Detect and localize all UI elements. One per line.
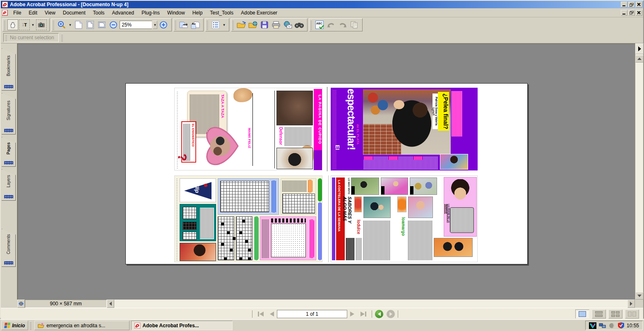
zoom-level-dropdown[interactable]: ▾	[153, 21, 157, 29]
close-button[interactable]	[636, 2, 642, 7]
toolbar-grip[interactable]	[232, 20, 234, 30]
zoom-level-field[interactable]	[120, 21, 152, 29]
network-tray-icon[interactable]	[599, 323, 606, 329]
v-logo-tray-icon[interactable]	[589, 322, 596, 329]
snapshot-tool-button[interactable]	[36, 19, 47, 30]
next-page-button[interactable]	[347, 309, 358, 319]
minimize-button[interactable]	[621, 2, 627, 7]
tab-layers[interactable]: Layers	[2, 169, 16, 201]
fruit-photo-orange	[397, 197, 406, 212]
most-viewed-photo-1	[351, 177, 379, 195]
tab-pages[interactable]: Pages	[2, 137, 16, 167]
child-restore-button[interactable]	[628, 10, 635, 16]
restore-button[interactable]	[628, 2, 635, 7]
scroll-up-button[interactable]	[635, 55, 644, 62]
menu-test-tools[interactable]: Test_Tools	[206, 9, 237, 17]
toolbar-grip[interactable]	[310, 20, 312, 30]
toolbar-grip[interactable]	[5, 34, 7, 41]
page-number-field[interactable]	[277, 310, 347, 318]
scroll-left-button[interactable]	[107, 300, 114, 308]
document-icon[interactable]	[2, 10, 8, 16]
first-page-button[interactable]	[255, 309, 266, 319]
list-dropdown[interactable]: ▾	[222, 19, 226, 30]
toolbar-grip[interactable]	[175, 20, 176, 30]
security-shield-tray-icon[interactable]	[618, 322, 624, 329]
open-button[interactable]	[236, 19, 247, 30]
select-tool-dropdown[interactable]: ▾	[31, 19, 35, 30]
continuous-facing-view-button[interactable]	[608, 309, 622, 319]
toolbar-grip[interactable]	[4, 20, 5, 30]
select-text-tool-button[interactable]: ⌶T	[19, 19, 30, 30]
redo-button[interactable]	[337, 19, 348, 30]
search-button[interactable]	[294, 19, 305, 30]
email-button[interactable]	[282, 19, 293, 30]
hand-tool-button[interactable]	[7, 19, 18, 30]
toolbar-grip[interactable]	[53, 20, 54, 30]
task-window-explorer[interactable]: emergencia en afrodita s...	[34, 321, 130, 330]
task-label: Adobe Acrobat Profes...	[142, 323, 199, 329]
previous-view-button[interactable]	[375, 310, 383, 318]
fit-page-button[interactable]	[85, 19, 96, 30]
menu-plugins[interactable]: Plug-Ins	[138, 9, 163, 17]
open-web-page-button[interactable]	[248, 19, 258, 30]
zoom-in-tool-button[interactable]	[56, 19, 67, 30]
next-page-transition-button[interactable]	[178, 19, 189, 30]
title-bar[interactable]: Adobe Acrobat Professional - [Documento …	[1, 1, 643, 8]
previous-page-button[interactable]	[266, 309, 277, 319]
fit-width-button[interactable]	[96, 19, 107, 30]
menu-adobe-exerciser[interactable]: Adobe Exerciser	[237, 9, 281, 17]
child-close-button[interactable]	[636, 10, 642, 16]
toolbar-grip[interactable]	[207, 20, 208, 30]
left-arrow-icon	[109, 302, 112, 306]
menu-edit[interactable]: Edit	[25, 9, 41, 17]
zoom-in-button[interactable]	[158, 19, 169, 30]
redo-arrow-icon	[339, 22, 347, 28]
facing-icon	[628, 312, 636, 317]
next-view-button[interactable]	[387, 310, 395, 318]
undo-arrow-icon	[327, 22, 335, 28]
pane-splitter-button[interactable]	[17, 300, 25, 308]
copy-button[interactable]	[349, 19, 360, 30]
zoom-out-button[interactable]	[108, 19, 119, 30]
last-page-button[interactable]	[358, 309, 369, 319]
scroll-down-button[interactable]	[635, 292, 644, 300]
document-view-area[interactable]: LA PAGINA DE CUPIDO Defensor MAMÁ FELIZ …	[17, 43, 635, 300]
scroll-right-button[interactable]	[627, 300, 635, 308]
numbered-list-button[interactable]	[210, 19, 221, 30]
binoculars-icon	[295, 22, 304, 28]
article-next-arrow-button[interactable]	[635, 43, 644, 54]
actual-size-button[interactable]	[73, 19, 84, 30]
child-minimize-button[interactable]	[621, 10, 627, 16]
vertical-scroll-track[interactable]	[635, 62, 643, 292]
tab-comments[interactable]: Comments	[2, 229, 16, 267]
continuous-view-button[interactable]	[592, 309, 606, 319]
save-button[interactable]	[259, 19, 270, 30]
menu-document[interactable]: Document	[59, 9, 89, 17]
print-button[interactable]	[271, 19, 281, 30]
tab-bookmarks-label: Bookmarks	[6, 55, 11, 76]
menu-view[interactable]: View	[41, 9, 59, 17]
horizontal-scroll-track[interactable]	[114, 300, 627, 308]
volume-tray-icon[interactable]	[609, 323, 615, 329]
menu-tools[interactable]: Tools	[89, 9, 108, 17]
columnist-box	[346, 238, 355, 260]
toolbar-grip[interactable]	[61, 34, 63, 41]
zoom-tool-dropdown[interactable]: ▾	[68, 19, 72, 30]
face	[394, 100, 404, 109]
spellcheck-button[interactable]: ABC	[314, 19, 325, 30]
tab-signatures[interactable]: Signatures	[2, 93, 16, 134]
prev-page-transition-button[interactable]	[190, 19, 201, 30]
start-button[interactable]: Inicio	[1, 321, 28, 330]
menu-advanced[interactable]: Advanced	[108, 9, 138, 17]
task-window-acrobat[interactable]: Adobe Acrobat Profes...	[131, 321, 233, 330]
taskbar-grip[interactable]	[30, 321, 31, 330]
right-arrow-icon	[638, 46, 641, 51]
facing-view-button[interactable]	[625, 309, 639, 319]
menu-window[interactable]: Window	[163, 9, 189, 17]
undo-button[interactable]	[326, 19, 336, 30]
menu-file[interactable]: File	[10, 9, 25, 17]
single-page-view-button[interactable]	[575, 309, 589, 319]
document-page-canvas[interactable]: LA PAGINA DE CUPIDO Defensor MAMÁ FELIZ …	[125, 83, 528, 264]
menu-help[interactable]: Help	[189, 9, 207, 17]
tab-bookmarks[interactable]: Bookmarks	[2, 48, 16, 91]
